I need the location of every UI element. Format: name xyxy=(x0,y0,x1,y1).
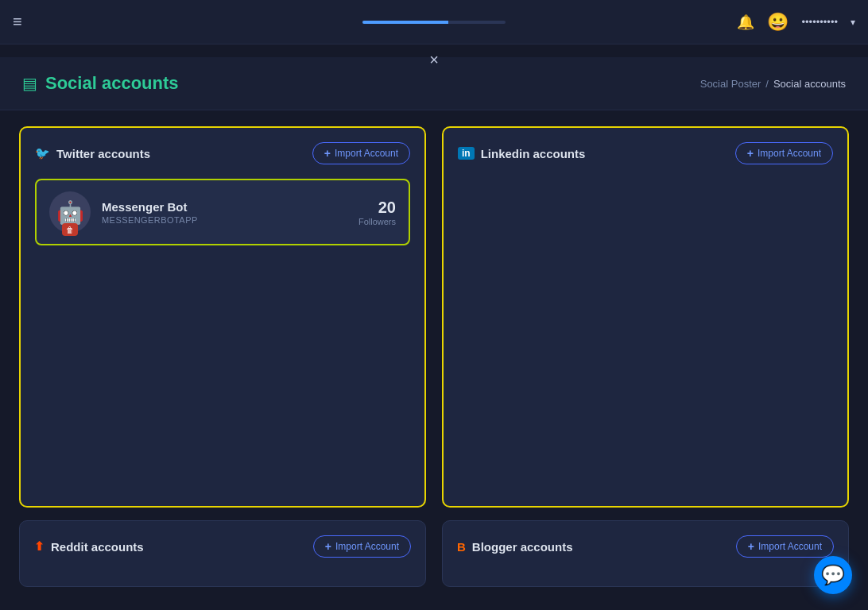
navbar: ≡ 🔔 😀 •••••••••• ▾ xyxy=(0,0,868,44)
cards-grid: 🐦 Twitter accounts + Import Account 🤖 🗑 xyxy=(0,110,868,508)
blogger-card-header: B Blogger accounts + Import Account xyxy=(457,535,834,558)
breadcrumb-parent[interactable]: Social Poster xyxy=(700,78,761,90)
progress-bar xyxy=(362,21,506,24)
reddit-icon: ⬆ xyxy=(34,539,45,554)
reddit-card: ⬆ Reddit accounts + Import Account xyxy=(19,520,426,587)
account-delete-button[interactable]: 🗑 xyxy=(62,223,78,236)
twitter-account-item: 🤖 🗑 Messenger Bot MESSENGERBOTAPP 20 Fol… xyxy=(35,179,410,245)
navbar-right: 🔔 😀 •••••••••• ▾ xyxy=(737,12,855,33)
twitter-import-button[interactable]: + Import Account xyxy=(312,142,410,164)
reddit-card-title: ⬆ Reddit accounts xyxy=(34,539,144,554)
followers-label: Followers xyxy=(358,217,396,226)
plus-icon: + xyxy=(748,540,754,553)
app-layout: ≡ 🔔 😀 •••••••••• ▾ × ▤ Social accounts S… xyxy=(0,0,868,610)
breadcrumb-separator: / xyxy=(765,78,769,90)
linkedin-import-button[interactable]: + Import Account xyxy=(735,142,833,164)
close-button[interactable]: × xyxy=(423,44,445,75)
linkedin-card-title: in Linkedin accounts xyxy=(458,147,585,160)
account-handle: MESSENGERBOTAPP xyxy=(102,215,347,225)
plus-icon: + xyxy=(324,147,331,160)
linkedin-card: in Linkedin accounts + Import Account xyxy=(442,126,849,508)
progress-bar-wrap xyxy=(362,21,506,24)
twitter-card-title: 🐦 Twitter accounts xyxy=(35,146,150,160)
twitter-card: 🐦 Twitter accounts + Import Account 🤖 🗑 xyxy=(19,126,426,508)
plus-icon: + xyxy=(325,540,331,553)
twitter-import-label: Import Account xyxy=(335,148,398,159)
account-avatar-wrap: 🤖 🗑 xyxy=(49,191,91,233)
blogger-card-title: B Blogger accounts xyxy=(457,540,573,554)
linkedin-icon: in xyxy=(458,147,475,160)
twitter-card-label: Twitter accounts xyxy=(56,147,150,160)
blogger-import-button[interactable]: + Import Account xyxy=(736,535,834,558)
breadcrumb: Social Poster / Social accounts xyxy=(700,78,846,90)
reddit-card-label: Reddit accounts xyxy=(51,540,144,554)
bottom-cards-grid: ⬆ Reddit accounts + Import Account B Blo… xyxy=(0,520,868,603)
blogger-icon: B xyxy=(457,540,466,554)
blogger-import-label: Import Account xyxy=(758,541,822,552)
avatar[interactable]: 😀 xyxy=(767,12,789,33)
linkedin-card-header: in Linkedin accounts + Import Account xyxy=(458,142,833,164)
page-icon: ▤ xyxy=(22,74,37,93)
linkedin-import-label: Import Account xyxy=(758,148,821,159)
followers-count: 20 xyxy=(358,199,396,217)
reddit-card-header: ⬆ Reddit accounts + Import Account xyxy=(34,535,411,558)
progress-fill xyxy=(362,21,448,24)
page-title: Social accounts xyxy=(45,73,179,94)
hamburger-icon[interactable]: ≡ xyxy=(13,13,22,31)
account-name: Messenger Bot xyxy=(102,200,347,214)
username-label[interactable]: •••••••••• xyxy=(801,16,838,28)
linkedin-card-label: Linkedin accounts xyxy=(481,147,586,160)
twitter-card-header: 🐦 Twitter accounts + Import Account xyxy=(35,142,410,164)
reddit-import-label: Import Account xyxy=(335,541,399,552)
messenger-icon: 💬 xyxy=(821,564,845,586)
reddit-import-button[interactable]: + Import Account xyxy=(313,535,411,558)
plus-icon: + xyxy=(747,147,754,160)
avatar-emoji: 🤖 xyxy=(56,199,84,226)
dropdown-icon[interactable]: ▾ xyxy=(851,17,855,28)
blogger-card-label: Blogger accounts xyxy=(472,540,573,554)
breadcrumb-current: Social accounts xyxy=(773,78,846,90)
twitter-icon: 🐦 xyxy=(35,146,50,160)
blogger-card: B Blogger accounts + Import Account xyxy=(442,520,849,587)
account-followers: 20 Followers xyxy=(358,199,396,226)
page-title-wrap: ▤ Social accounts xyxy=(22,73,179,94)
account-info: Messenger Bot MESSENGERBOTAPP xyxy=(102,200,347,225)
messenger-bubble[interactable]: 💬 xyxy=(814,556,852,594)
bell-icon[interactable]: 🔔 xyxy=(737,14,754,31)
trash-icon: 🗑 xyxy=(66,226,74,234)
